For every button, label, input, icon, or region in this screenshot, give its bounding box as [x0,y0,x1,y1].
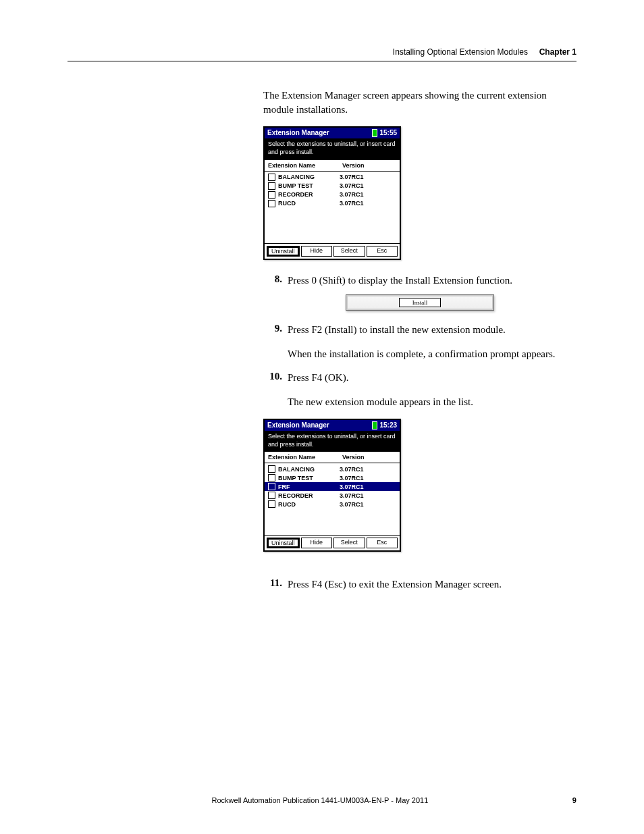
footer-publication: Rockwell Automation Publication 1441-UM0… [212,796,429,804]
battery-icon [372,129,377,137]
checkbox-icon[interactable] [268,182,275,190]
checkbox-icon[interactable] [268,174,275,181]
uninstall-button[interactable]: Uninstall [267,538,300,548]
page-footer: Rockwell Automation Publication 1441-UM0… [68,796,576,804]
page-header: Installing Optional Extension Modules Ch… [68,47,576,61]
ss2-button-bar: Uninstall Hide Select Esc [265,535,400,550]
ss2-table-body: BALANCING3.07RC1 BUMP TEST3.07RC1 FRF3.0… [265,463,400,535]
list-item[interactable]: RECORDER3.07RC1 [268,491,396,500]
esc-button[interactable]: Esc [367,246,398,257]
hide-button[interactable]: Hide [301,246,333,257]
ss1-col-name: Extension Name [268,162,342,169]
install-button[interactable]: Install [399,298,441,307]
ss1-instruction: Select the extensions to uninstall, or i… [265,138,400,159]
footer-page-number: 9 [572,796,576,804]
ss2-titlebar: Extension Manager 15:23 [265,420,400,431]
ss2-instruction: Select the extensions to uninstall, or i… [265,431,400,452]
step-number: 11. [263,577,282,592]
ss1-button-bar: Uninstall Hide Select Esc [265,243,400,259]
battery-icon [372,421,377,429]
step-number: 10. [263,371,282,385]
ss2-title: Extension Manager [267,421,329,429]
ss1-time: 15:55 [372,129,397,137]
checkbox-icon[interactable] [268,465,275,473]
step9-followup: When the installation is complete, a con… [288,347,576,361]
step-text: Press F4 (Esc) to exit the Extension Man… [288,577,576,592]
checkbox-icon[interactable] [268,492,275,499]
list-item[interactable]: RUCD3.07RC1 [268,199,396,208]
intro-paragraph: The Extension Manager screen appears sho… [263,88,576,117]
hide-button[interactable]: Hide [301,538,333,548]
step-text: Press F4 (OK). [288,371,576,385]
ss1-col-version: Version [342,162,365,169]
ss2-table-header: Extension Name Version [265,452,400,463]
list-item[interactable]: BUMP TEST3.07RC1 [268,182,396,190]
step-9: 9. Press F2 (Install) to install the new… [263,323,576,337]
checkbox-icon[interactable] [268,191,275,199]
uninstall-button[interactable]: Uninstall [267,246,300,257]
step-8: 8. Press 0 (Shift) to display the Instal… [263,273,576,288]
step-text: Press 0 (Shift) to display the Install E… [288,273,576,288]
list-item-selected[interactable]: FRF3.07RC1 [265,482,400,491]
checkbox-icon[interactable] [268,474,275,481]
step-number: 9. [263,323,282,337]
ss1-titlebar: Extension Manager 15:55 [265,128,400,138]
select-button[interactable]: Select [333,246,365,257]
install-popup-screenshot: Install [346,294,494,311]
ss2-col-name: Extension Name [268,454,342,461]
list-item[interactable]: RECORDER3.07RC1 [268,190,396,199]
esc-button[interactable]: Esc [367,538,398,548]
step-text: Press F2 (Install) to install the new ex… [288,323,576,337]
extension-manager-screenshot-1: Extension Manager 15:55 Select the exten… [263,126,401,260]
step-10: 10. Press F4 (OK). [263,371,576,385]
checkbox-icon[interactable] [268,483,275,490]
ss1-title: Extension Manager [267,129,329,137]
ss1-table-body: BALANCING3.07RC1 BUMP TEST3.07RC1 RECORD… [265,172,400,243]
step-11: 11. Press F4 (Esc) to exit the Extension… [263,577,576,592]
header-section: Installing Optional Extension Modules [393,47,528,57]
ss1-table-header: Extension Name Version [265,160,400,172]
ss2-col-version: Version [342,454,365,461]
list-item[interactable]: RUCD3.07RC1 [268,500,396,509]
extension-manager-screenshot-2: Extension Manager 15:23 Select the exten… [263,419,401,552]
header-chapter: Chapter 1 [539,47,576,57]
list-item[interactable]: BALANCING3.07RC1 [268,465,396,473]
ss2-time: 15:23 [372,421,397,429]
list-item[interactable]: BALANCING3.07RC1 [268,173,396,182]
select-button[interactable]: Select [333,538,365,548]
checkbox-icon[interactable] [268,200,275,207]
step10-followup: The new extension module appears in the … [288,395,576,409]
step-number: 8. [263,273,282,288]
list-item[interactable]: BUMP TEST3.07RC1 [268,473,396,482]
checkbox-icon[interactable] [268,500,275,508]
